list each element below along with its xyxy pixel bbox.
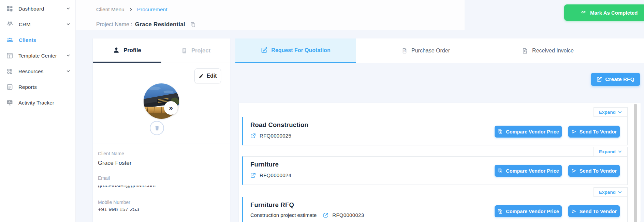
expand-label: Expand xyxy=(599,110,616,115)
rfq-title: Road Construction xyxy=(250,121,308,129)
sidebar-item-crm[interactable]: CRM xyxy=(0,16,75,32)
sidebar-item-label: Template Center xyxy=(18,53,57,59)
mobile-number-label: Mobile Number xyxy=(98,200,130,205)
chevron-down-icon xyxy=(618,190,622,194)
tab-request-for-quotation[interactable]: Request For Quotation xyxy=(235,38,356,63)
create-rfq-button[interactable]: Create RFQ xyxy=(591,73,640,86)
rfq-card: Furniture RFQ Construction project estim… xyxy=(242,197,628,222)
sidebar-item-template-center[interactable]: Template Center xyxy=(0,48,75,63)
expand-toggle[interactable]: Expand xyxy=(594,187,628,197)
sidebar-item-reports[interactable]: Reports xyxy=(0,79,75,95)
sidebar-item-dashboard[interactable]: Dashboard xyxy=(0,1,75,16)
compare-vendor-price-label: Compare Vendor Price xyxy=(506,209,559,214)
send-to-vendor-button[interactable]: Send To Vendor xyxy=(568,165,620,177)
received-invoice-icon: $ xyxy=(522,48,528,54)
chevron-down-icon xyxy=(66,22,71,27)
divider xyxy=(93,143,230,143)
avatar-delete-button[interactable] xyxy=(150,121,164,135)
sidebar-item-resources[interactable]: Resources xyxy=(0,63,75,79)
tab-project-label: Project xyxy=(191,47,210,54)
compare-files-icon xyxy=(497,129,503,134)
tab-project[interactable]: Project xyxy=(161,38,230,63)
person-icon xyxy=(113,47,120,53)
pencil-icon xyxy=(199,74,204,79)
project-name-row: Project Name : Grace Residential xyxy=(96,21,196,28)
send-to-vendor-button[interactable]: Send To Vendor xyxy=(568,205,620,217)
breadcrumb-current[interactable]: Procurement xyxy=(137,6,167,13)
tab-profile-label: Profile xyxy=(123,47,141,53)
send-to-vendor-button[interactable]: Send To Vendor xyxy=(568,126,620,138)
svg-text:$: $ xyxy=(526,51,527,53)
rfq-code-row: Construction project estimate RFQ0000023 xyxy=(250,212,364,218)
chevron-down-icon xyxy=(618,149,622,154)
reports-icon xyxy=(6,83,13,91)
sidebar-item-label: Reports xyxy=(18,84,37,90)
client-profile-panel: Profile Project Edit xyxy=(93,38,230,222)
purchase-order-file-icon: PO xyxy=(401,48,408,54)
send-to-vendor-label: Send To Vendor xyxy=(580,129,617,134)
trash-icon xyxy=(154,125,160,131)
breadcrumb: Client Menu Procurement xyxy=(96,6,167,13)
expand-toggle[interactable]: Expand xyxy=(594,107,628,117)
sidebar-item-label: Clients xyxy=(19,37,36,43)
sidebar-item-activity-tracker[interactable]: Activity Tracker xyxy=(0,95,75,110)
sidebar-item-clients[interactable]: Clients xyxy=(0,32,75,48)
sidebar-item-label: Dashboard xyxy=(18,6,44,12)
breadcrumb-parent[interactable]: Client Menu xyxy=(96,6,125,13)
rfq-card: Road Construction RFQ0000025 Compare Ven… xyxy=(242,117,628,145)
client-name-value: Grace Foster xyxy=(98,160,132,166)
compare-files-icon xyxy=(497,168,503,174)
external-link-icon[interactable] xyxy=(250,173,256,178)
rfq-code: RFQ0000023 xyxy=(332,212,364,218)
send-icon xyxy=(571,129,576,134)
project-name-label: Project Name : xyxy=(96,21,132,28)
external-link-icon[interactable] xyxy=(323,212,328,218)
avatar-next-button[interactable]: » xyxy=(164,101,178,115)
send-icon xyxy=(571,168,576,173)
tab-ri-label: Received Invoice xyxy=(532,48,574,54)
activity-tracker-icon xyxy=(6,99,13,106)
app-screen: Dashboard CRM Clients Template Center xyxy=(0,0,644,222)
crm-handshake-icon xyxy=(6,20,14,28)
rfq-code: RFQ0000025 xyxy=(260,133,291,139)
profile-panel-tabs: Profile Project xyxy=(93,38,230,63)
rfq-code: RFQ0000024 xyxy=(260,172,291,178)
mobile-number-value-clipped: +91 998 157 253 xyxy=(98,208,210,213)
handshake-icon xyxy=(581,10,587,16)
rfq-code-row: RFQ0000025 xyxy=(250,133,291,139)
copy-icon[interactable] xyxy=(190,22,196,28)
edit-square-icon xyxy=(597,77,602,82)
compare-vendor-price-label: Compare Vendor Price xyxy=(506,168,559,174)
compare-vendor-price-button[interactable]: Compare Vendor Price xyxy=(495,165,562,177)
project-name-value: Grace Residential xyxy=(135,21,185,28)
sidebar: Dashboard CRM Clients Template Center xyxy=(0,0,76,222)
scrollbar[interactable] xyxy=(634,104,637,222)
external-link-icon[interactable] xyxy=(250,133,256,139)
send-to-vendor-label: Send To Vendor xyxy=(580,209,617,214)
sidebar-item-label: Activity Tracker xyxy=(18,100,54,106)
expand-toggle[interactable]: Expand xyxy=(594,147,628,156)
tab-purchase-order[interactable]: PO Purchase Order xyxy=(388,38,463,63)
compare-vendor-price-label: Compare Vendor Price xyxy=(506,129,559,134)
compare-vendor-price-button[interactable]: Compare Vendor Price xyxy=(495,126,562,138)
rfq-title: Furniture RFQ xyxy=(250,201,294,209)
send-icon xyxy=(571,209,576,214)
compare-vendor-price-button[interactable]: Compare Vendor Price xyxy=(495,205,562,217)
send-to-vendor-label: Send To Vendor xyxy=(580,168,617,174)
tab-received-invoice[interactable]: $ Received Invoice xyxy=(507,38,589,63)
rfq-list-panel: Expand Road Construction RFQ0000025 Comp… xyxy=(239,103,641,222)
chevron-down-icon xyxy=(66,69,71,74)
resources-icon xyxy=(6,68,13,75)
clients-group-icon xyxy=(6,36,14,44)
tab-po-label: Purchase Order xyxy=(411,48,450,54)
mark-as-completed-button[interactable]: Mark As Completed xyxy=(564,4,644,21)
edit-button[interactable]: Edit xyxy=(194,68,221,83)
dashboard-grid-icon xyxy=(6,5,13,12)
mark-as-completed-label: Mark As Completed xyxy=(590,10,638,16)
svg-text:PO: PO xyxy=(404,50,406,52)
chevron-down-icon xyxy=(66,53,71,58)
chevron-down-icon xyxy=(66,6,71,11)
create-rfq-label: Create RFQ xyxy=(605,76,634,82)
expand-label: Expand xyxy=(599,149,616,154)
tab-profile[interactable]: Profile xyxy=(93,38,161,63)
